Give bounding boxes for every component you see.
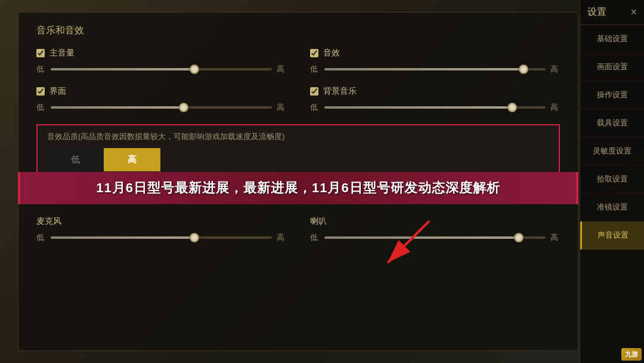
bg-music-slider[interactable] [324, 101, 546, 113]
master-volume-label: 主音量 [36, 48, 286, 59]
banner-overlay: 11月6日型号最新进展，最新进展，11月6日型号研发动态深度解析 [18, 172, 578, 204]
speaker-slider[interactable] [324, 232, 546, 244]
bg-music-high-label: 高 [550, 102, 560, 113]
settings-sidebar: 设置 × 基础设置 画面设置 操作设置 载具设置 灵敏度设置 拾取设置 准镜设置… [580, 0, 644, 363]
microphone-low-label: 低 [36, 232, 46, 243]
sidebar-item-sensitivity[interactable]: 灵敏度设置 [580, 137, 644, 165]
sidebar-item-controls-label: 操作设置 [597, 90, 628, 99]
microphone-slider[interactable] [51, 232, 272, 244]
interface-checkbox[interactable] [36, 87, 45, 96]
speaker-low-label: 低 [310, 232, 320, 243]
sidebar-item-scope[interactable]: 准镜设置 [580, 193, 644, 222]
sidebar-item-sound[interactable]: 声音设置 [580, 222, 644, 250]
interface-low-label: 低 [36, 102, 46, 113]
sidebar-item-pickup[interactable]: 拾取设置 [580, 165, 644, 193]
sidebar-title-label: 设置 [587, 6, 606, 19]
speaker-high-label: 高 [550, 232, 560, 243]
bg-music-checkbox[interactable] [310, 87, 318, 96]
master-volume-group: 主音量 低 高 [36, 48, 286, 86]
sidebar-item-pickup-label: 拾取设置 [597, 174, 628, 183]
sidebar-item-basic-label: 基础设置 [597, 34, 628, 43]
speaker-group: 喇叭 低 高 [310, 216, 560, 254]
interface-slider[interactable] [51, 101, 272, 113]
quality-buttons: 低 高 [47, 148, 549, 171]
microphone-group: 麦克风 低 高 [36, 216, 286, 254]
sound-effect-group: 音效 低 高 [310, 48, 560, 86]
sound-effect-label: 音效 [310, 48, 560, 59]
master-volume-high-label: 高 [277, 64, 286, 75]
interface-label: 界面 [36, 86, 286, 97]
interface-group: 界面 低 高 [36, 86, 286, 124]
sidebar-item-controls[interactable]: 操作设置 [580, 81, 644, 109]
sidebar-item-sound-label: 声音设置 [597, 230, 628, 239]
interface-high-label: 高 [277, 102, 286, 113]
banner-text: 11月6日型号最新进展，最新进展，11月6日型号研发动态深度解析 [32, 179, 564, 197]
sound-effect-slider[interactable] [324, 63, 546, 75]
quality-low-button[interactable]: 低 [47, 148, 104, 171]
bg-music-group: 背景音乐 低 高 [310, 86, 560, 124]
sound-effect-low-label: 低 [310, 64, 320, 75]
sidebar-item-sensitivity-label: 灵敏度设置 [593, 146, 631, 155]
quality-label: 音效品质(高品质音效因数据量较大，可能影响游戏加载速度及流畅度) [47, 131, 549, 142]
sidebar-item-vehicle[interactable]: 载具设置 [580, 109, 644, 137]
master-volume-checkbox[interactable] [36, 49, 45, 57]
sidebar-item-screen-label: 画面设置 [597, 62, 628, 71]
sound-effect-high-label: 高 [550, 64, 560, 75]
master-volume-low-label: 低 [36, 64, 46, 75]
sidebar-header: 设置 × [580, 0, 644, 25]
microphone-label: 麦克风 [36, 216, 286, 227]
sound-effect-checkbox[interactable] [310, 49, 318, 57]
sidebar-item-basic[interactable]: 基础设置 [580, 25, 644, 53]
bg-music-label: 背景音乐 [310, 86, 560, 97]
quality-high-button[interactable]: 高 [104, 148, 160, 171]
close-button[interactable]: × [630, 6, 637, 19]
section-title: 音乐和音效 [36, 24, 560, 37]
microphone-high-label: 高 [277, 232, 286, 243]
jiuyou-watermark: 九游 [621, 348, 642, 361]
sidebar-item-vehicle-label: 载具设置 [597, 118, 628, 127]
master-volume-slider[interactable] [51, 63, 272, 75]
sidebar-item-screen[interactable]: 画面设置 [580, 53, 644, 81]
sidebar-item-scope-label: 准镜设置 [597, 202, 628, 211]
bg-music-low-label: 低 [310, 102, 320, 113]
speaker-label: 喇叭 [310, 216, 560, 227]
